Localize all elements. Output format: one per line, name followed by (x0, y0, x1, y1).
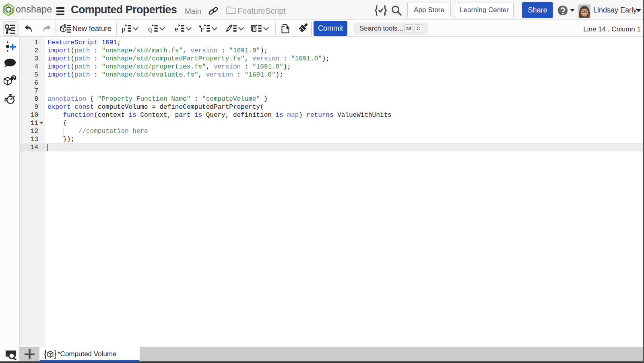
svg-text:e: e (175, 25, 178, 33)
svg-text:p: p (122, 25, 126, 33)
svg-text:q: q (148, 25, 152, 33)
